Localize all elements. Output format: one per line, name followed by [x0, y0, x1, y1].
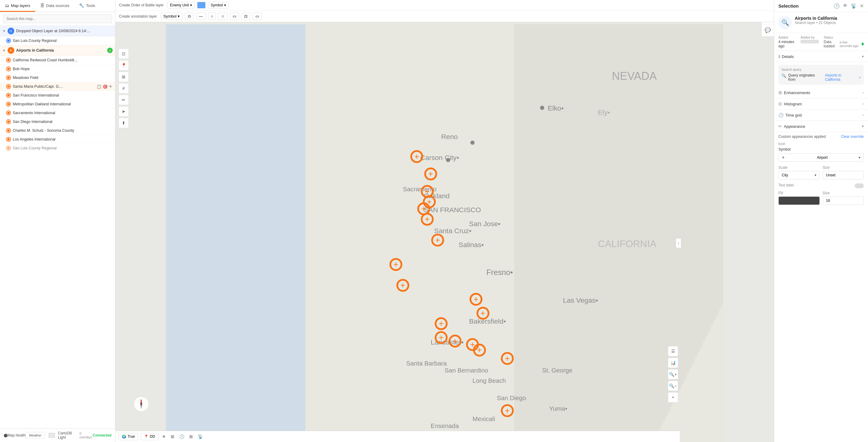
layer-item-metro-oakland[interactable]: Metropolitan Oakland International — [0, 100, 115, 109]
fill-color-swatch[interactable] — [778, 196, 820, 205]
text-label-toggle[interactable] — [855, 183, 864, 188]
clock-icon[interactable]: 🕐 — [178, 433, 186, 440]
eye-action-btn[interactable]: 👁 — [109, 85, 113, 89]
pill-btn[interactable]: ▭ — [253, 12, 262, 20]
close-icon[interactable]: ✕ — [860, 3, 864, 9]
upload-btn[interactable]: ⬆ — [119, 118, 129, 128]
svg-text:CALIFORNIA: CALIFORNIA — [598, 238, 657, 249]
selection-sub: Search layer • 22 Objects — [795, 21, 837, 25]
star-btn[interactable]: ☆ — [218, 12, 227, 20]
airports-california-group[interactable]: ▼ ✈ Airports in California ⚡ — [0, 45, 115, 56]
tab-data-sources[interactable]: 🗄 Data sources — [35, 0, 74, 12]
layer-item-sacramento[interactable]: Sacramento International — [0, 109, 115, 118]
meta-status: Status Data loaded a few seconds ago — [824, 35, 864, 48]
time-grid-section[interactable]: 🕐 Time grid › — [774, 109, 868, 121]
layer-item-san-luis[interactable]: San Luis County Regional — [0, 36, 115, 45]
svg-text:Santa Barbara: Santa Barbara — [406, 360, 447, 367]
target-action-btn[interactable]: 🎯 — [103, 85, 107, 89]
dropped-object-layer-group[interactable]: ▼ ⊙ Dropped Object Layer at 10/09/2024 6… — [0, 26, 115, 36]
svg-point-7 — [470, 140, 475, 145]
signal-icon[interactable]: 📡 — [196, 433, 204, 440]
rect-btn[interactable]: ▭ — [230, 12, 239, 20]
fill-size-col: Size 16 — [823, 191, 864, 205]
point-btn[interactable]: ⊙ — [185, 12, 194, 20]
search-input[interactable] — [3, 14, 112, 23]
enhancements-section[interactable]: ⊞ Enhancements › — [774, 87, 868, 98]
layer-item-santa-maria[interactable]: Santa Maria Public/Capt. G.... 📋 🎯 👁 — [0, 82, 115, 91]
map-health-label[interactable]: Map health — [8, 433, 26, 437]
layer-item-charles-schulz[interactable]: Charles M. Schulz - Sonoma County — [0, 126, 115, 135]
chat-btn[interactable]: 💬 — [762, 24, 774, 36]
svg-text:+: + — [428, 169, 433, 179]
compass[interactable]: N — [134, 397, 149, 412]
zoom-extent-btn[interactable]: ⊡ — [119, 49, 129, 59]
airports-badge: ⚡ — [107, 48, 113, 53]
svg-text:+: + — [393, 259, 398, 269]
search-query-icon: 🔍 — [781, 73, 786, 78]
plane-icon[interactable]: ✈ — [161, 433, 167, 440]
basemap-swatch — [49, 433, 55, 438]
layer-item-bob-hope[interactable]: Bob Hope — [0, 65, 115, 73]
weather-tab[interactable]: Weather — [26, 432, 44, 439]
collapse-panel-btn[interactable]: ‹ — [676, 238, 681, 248]
layer-item-ca-redwood[interactable]: California Redwood Coast Humboldt... — [0, 56, 115, 65]
annotation-symbol-btn[interactable]: Symbol ▾ — [161, 12, 183, 20]
enemy-unit-select[interactable]: Enemy Unit ▾ — [167, 2, 195, 8]
airport-dropdown[interactable]: ✈ Airport ▾ — [778, 153, 864, 162]
pin-btn[interactable]: 📍 — [119, 60, 129, 70]
search-query-box: Search query 🔍 Query originates from Air… — [778, 65, 864, 85]
clock-header-icon[interactable]: 🕐 — [834, 3, 840, 9]
arrow-btn[interactable]: ➤ — [119, 106, 129, 117]
link-arrow-icon: ↗ — [858, 76, 861, 79]
details-section[interactable]: ℹ Details ▾ — [774, 51, 868, 62]
svg-point-68 — [140, 403, 142, 405]
layer-list-btn[interactable]: ☰ — [668, 346, 678, 356]
layer-item-sf-intl[interactable]: San Francisco International — [0, 91, 115, 100]
dd-btn[interactable]: 📍 DD — [141, 433, 158, 440]
appearance-section-header[interactable]: ✏ Appearance ▾ — [774, 121, 868, 132]
zoom-in-btn[interactable]: 🔍+ — [668, 369, 678, 379]
size-input[interactable]: Unset — [823, 171, 864, 180]
map-area[interactable]: Create Order of Battle layer Enemy Unit … — [116, 0, 774, 442]
appearance-override: Custom appearances applied Clear overrid… — [778, 134, 864, 139]
chart-btn[interactable]: 📊 — [668, 357, 678, 368]
dot-btn[interactable]: • — [668, 392, 678, 403]
svg-text:Mexicali: Mexicali — [472, 415, 495, 422]
scale-dropdown[interactable]: City ▾ — [778, 171, 820, 180]
true-btn[interactable]: 🌍 True — [119, 433, 138, 440]
clear-override-btn[interactable]: Clear override — [841, 134, 864, 139]
layer-dot-meadows — [6, 75, 11, 80]
tab-tools[interactable]: 🔧 Tools — [74, 0, 100, 12]
map-right-controls: ☰ 📊 🔍+ 🔍− • — [668, 346, 678, 403]
circle-btn[interactable]: ○ — [208, 12, 216, 20]
airports-link[interactable]: Airports in California ↗ — [825, 73, 861, 82]
basemap-label[interactable]: CartoDB Light — [58, 431, 78, 440]
layer-item-san-diego[interactable]: San Diego International — [0, 118, 115, 126]
svg-text:+: + — [439, 333, 443, 342]
histogram-section[interactable]: ⊟ Histogram › — [774, 98, 868, 109]
table-action-btn[interactable]: 📋 — [97, 85, 101, 89]
text-label-row: Text label — [778, 183, 864, 189]
fill-size-input[interactable]: 16 — [823, 196, 864, 205]
grid-btn[interactable]: # — [119, 83, 129, 94]
table-icon[interactable]: ⊞ — [169, 433, 176, 440]
draw-btn[interactable]: ✏ — [119, 95, 129, 105]
eye-header-icon[interactable]: 👁 — [843, 3, 848, 9]
dropdown-arrow-3: ▾ — [178, 14, 180, 19]
flow-icon[interactable]: ⊞ — [188, 433, 194, 440]
zoom-out-btn[interactable]: 🔍− — [668, 381, 678, 391]
measure-btn[interactable]: ⊞ — [119, 72, 129, 82]
layers-icon: 🗂 — [5, 3, 9, 8]
symbol-select[interactable]: Symbol ▾ — [208, 2, 229, 8]
layer-item-meadows[interactable]: Meadows Field — [0, 73, 115, 82]
signal-header-icon[interactable]: 📡 — [851, 3, 857, 9]
line-btn[interactable]: — — [196, 12, 206, 20]
tab-map-layers[interactable]: 🗂 Map layers — [0, 0, 35, 12]
svg-text:+: + — [470, 340, 475, 349]
layer-item-la-intl[interactable]: Los Angeles International — [0, 135, 115, 144]
color-picker[interactable] — [197, 2, 206, 8]
size-col: Size Unset — [823, 165, 864, 180]
layer-dot-metro-oakland — [6, 102, 11, 106]
frame-btn[interactable]: ⊡ — [242, 12, 250, 20]
layer-item-san-luis-2[interactable]: San Luis County Regional — [0, 144, 115, 153]
